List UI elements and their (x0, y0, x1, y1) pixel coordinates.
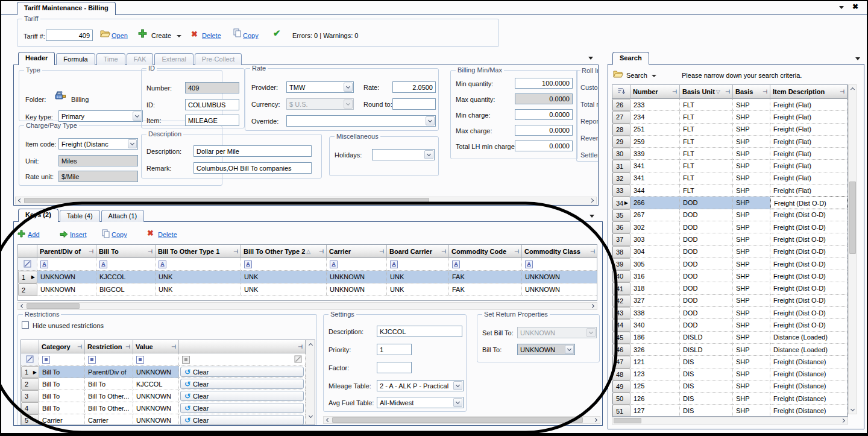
column-header-bill-to[interactable]: Bill To⊣ (96, 245, 156, 258)
value-cell[interactable]: UNKNOWN (133, 414, 179, 425)
row-header[interactable]: 26 (612, 99, 631, 111)
basis-cell[interactable]: SHP (733, 295, 770, 307)
number-cell[interactable]: 344 (631, 185, 680, 197)
customize-columns-icon[interactable] (617, 87, 626, 96)
chevron-down-icon[interactable] (453, 398, 462, 407)
cell[interactable]: UNKNOWN (522, 283, 597, 296)
search-result-row[interactable]: 47121DISSHPFreight (Distance) (612, 356, 848, 368)
number-cell[interactable]: 251 (631, 124, 680, 136)
row-header[interactable]: 1▶ (18, 271, 37, 283)
restriction-row[interactable]: 3Bill ToBill To Other...UNKNOWN↺Clear (21, 390, 315, 402)
basis-unit-cell[interactable]: DISLD (680, 344, 733, 356)
basis-unit-cell[interactable]: DIS (680, 381, 733, 393)
clear-button[interactable]: ↺Clear (180, 403, 304, 413)
header-panel-collapse-icon[interactable] (588, 57, 593, 60)
tariff-number-input[interactable]: 409 (46, 30, 93, 41)
row-header[interactable]: 5 (21, 414, 39, 425)
insert-button[interactable]: Insert (70, 231, 87, 238)
add-button[interactable]: Add (28, 231, 40, 238)
row-header[interactable]: 36 (612, 221, 631, 233)
basis-unit-cell[interactable]: FLT (680, 136, 733, 148)
row-header[interactable]: 2 (18, 283, 37, 296)
row-header[interactable]: 38 (612, 246, 631, 258)
search-result-row[interactable]: 35267DODSHPFreight (Dist O-D) (612, 209, 848, 221)
tab-search[interactable]: Search (612, 52, 649, 65)
cell[interactable]: FAK (449, 271, 522, 283)
billing-row-input[interactable]: 0.0000 (515, 141, 573, 151)
text-filter-icon[interactable]: A (452, 261, 460, 268)
create-dropdown-icon[interactable] (177, 35, 181, 37)
tab-pre-collect[interactable]: Pre-Collect (195, 53, 242, 65)
item-description-cell[interactable]: Freight (Flat) (770, 160, 848, 172)
chevron-down-icon[interactable] (424, 150, 433, 159)
value-cell[interactable]: UNKNOWN (133, 390, 179, 402)
cell[interactable]: KJCCOL (96, 271, 156, 283)
number-cell[interactable]: 305 (631, 258, 680, 270)
basis-unit-cell[interactable]: DOD (680, 221, 733, 233)
number-cell[interactable]: 340 (631, 319, 680, 331)
hscroll-thumb[interactable] (27, 303, 80, 309)
keys-grid-row[interactable]: 1▶UNKNOWNKJCCOLUNKUNKUNKNOWNUNKFAKUNKNOW… (18, 271, 597, 283)
copy-button[interactable]: Copy (243, 32, 259, 39)
keys-filter-corner[interactable] (18, 258, 37, 271)
basis-cell[interactable]: SHP (733, 197, 770, 209)
tab-external[interactable]: External (154, 53, 193, 65)
basis-unit-cell[interactable]: DOD (680, 307, 733, 319)
restriction-cell[interactable]: Parent/Div of (85, 366, 133, 378)
pin-column-icon[interactable]: ⊣ (838, 89, 844, 95)
restrictions-corner[interactable] (21, 340, 39, 353)
item-description-cell[interactable]: Freight (Dist O-D) (770, 307, 848, 319)
basis-cell[interactable]: SHP (733, 270, 770, 282)
number-cell[interactable]: 186 (631, 332, 680, 344)
pin-column-icon[interactable]: ⊣ (318, 248, 324, 254)
holidays-dropdown[interactable] (372, 149, 435, 160)
column-header-restriction[interactable]: Restriction⊣ (85, 340, 133, 353)
pin-column-icon[interactable]: ⊣ (87, 248, 93, 254)
basis-cell[interactable]: SHP (733, 233, 770, 245)
search-vscrollbar[interactable] (848, 84, 857, 414)
mileage-table-dropdown[interactable]: 2 - A - ALK P - Practical (377, 380, 464, 391)
category-cell[interactable]: Bill To (39, 366, 85, 378)
scroll-right-icon[interactable] (592, 417, 600, 423)
item-code-dropdown[interactable]: Freight (Distanc (58, 138, 138, 150)
restriction-cell[interactable]: Bill To Other... (85, 390, 133, 402)
basis-cell[interactable]: SHP (733, 209, 770, 221)
pin-column-icon[interactable]: ⊣ (440, 248, 446, 254)
pin-column-icon[interactable]: ⊣ (724, 89, 730, 95)
delete-button[interactable]: Delete (202, 32, 221, 39)
item-description-cell[interactable]: Freight (Dist O-D) (770, 270, 848, 282)
row-header[interactable]: 43 (612, 307, 631, 319)
delete-button[interactable]: Delete (158, 231, 177, 238)
tab-table-4-[interactable]: Table (4) (60, 210, 100, 222)
search-hscrollbar[interactable] (612, 417, 848, 425)
basis-unit-cell[interactable]: FLT (680, 185, 733, 197)
tab-fak[interactable]: FAK (127, 53, 154, 65)
filter-cell[interactable]: A (37, 258, 96, 271)
column-header-blank[interactable]: ⊣ (179, 340, 306, 353)
number-cell[interactable]: 304 (631, 246, 680, 258)
column-header-basis-unit[interactable]: Basis Unit▽⊣ (680, 85, 733, 99)
cell[interactable]: FAK (449, 283, 522, 296)
number-cell[interactable]: 127 (631, 405, 680, 417)
search-result-row[interactable]: 33344FLTSHPFreight (Flat) (612, 185, 848, 197)
item-description-cell[interactable]: Freight (Flat) (770, 172, 848, 185)
cell[interactable]: UNKNOWN (327, 283, 387, 296)
factor-field[interactable] (377, 362, 412, 373)
row-header[interactable]: 39 (612, 258, 631, 270)
text-filter-icon[interactable]: A (525, 261, 533, 268)
search-result-row[interactable]: 50126DISSHPFreight (Distance) (612, 393, 848, 405)
search-result-row[interactable]: 45186DISLDSHPDistance (Loaded) (612, 332, 848, 344)
search-result-row[interactable]: 51127DISSHPFreight (Distance) (612, 405, 848, 417)
number-cell[interactable]: 318 (631, 282, 680, 294)
restriction-cell[interactable]: Bill To Other... (85, 402, 133, 414)
number-cell[interactable]: 302 (631, 221, 680, 233)
number-cell[interactable]: 126 (631, 393, 680, 405)
basis-cell[interactable]: SHP (733, 136, 770, 148)
number-cell[interactable]: 338 (631, 307, 680, 319)
restriction-row[interactable]: 2Bill ToBill ToKJCCOL↺Clear (21, 378, 315, 390)
filter-cell[interactable]: A (96, 258, 156, 271)
create-button[interactable]: Create (151, 32, 171, 39)
row-header[interactable]: 1▶ (21, 366, 39, 378)
chevron-down-icon[interactable] (565, 345, 574, 354)
filter-cell[interactable]: A (241, 258, 327, 271)
